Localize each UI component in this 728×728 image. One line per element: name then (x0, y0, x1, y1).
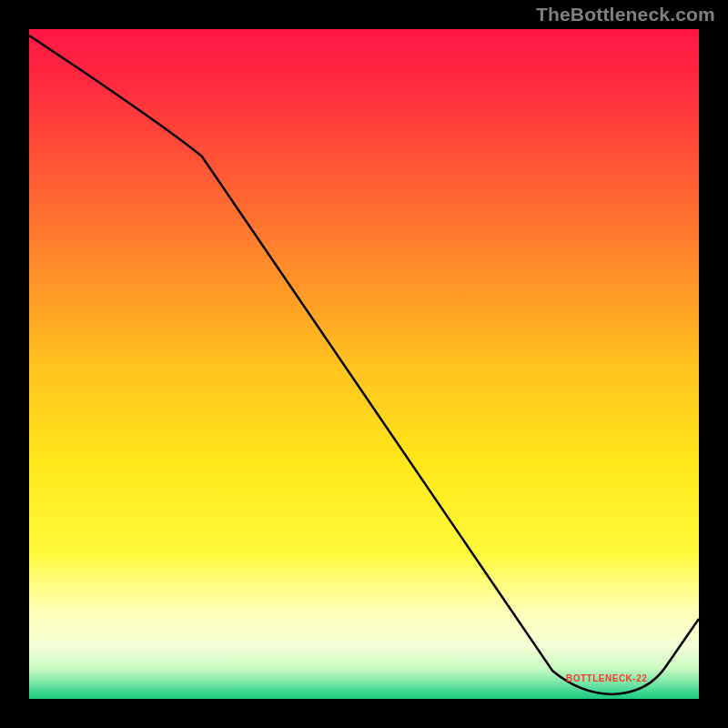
plot-area: BOTTLENECK-22 (29, 29, 699, 699)
attribution-text: TheBottleneck.com (536, 4, 715, 25)
chart-container: TheBottleneck.com (0, 0, 728, 728)
watermark-annotation: BOTTLENECK-22 (566, 673, 647, 683)
bottleneck-curve (29, 29, 699, 699)
